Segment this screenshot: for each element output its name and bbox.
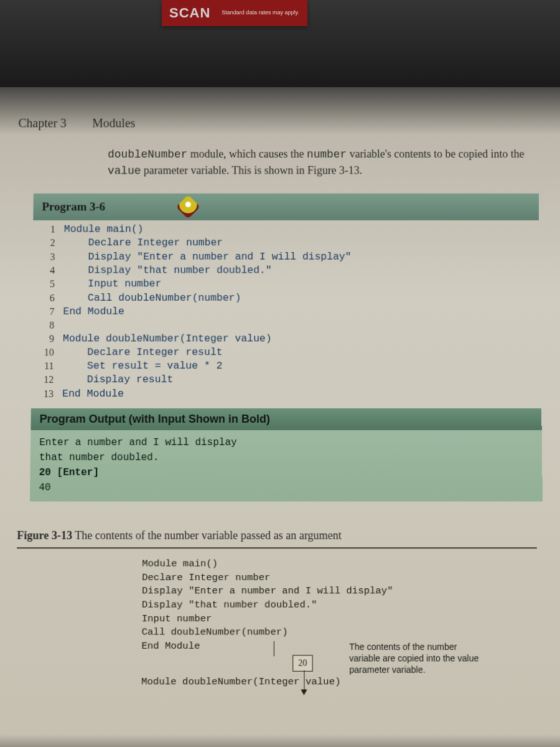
chapter-number: Chapter 3 — [18, 116, 67, 130]
arrow-line — [304, 670, 304, 691]
scan-subtitle: Standard data rates may apply. — [222, 10, 299, 16]
scan-banner: SCAN Standard data rates may apply. — [162, 0, 307, 26]
scan-title: SCAN — [169, 5, 210, 21]
figure-code: Module main() Declare Integer number Dis… — [141, 557, 545, 689]
chapter-heading: Chapter 3 Modules — [18, 116, 538, 130]
output-line: 20 [Enter] — [39, 465, 534, 480]
code-listing: 1Module main() 2 Declare Integer number … — [31, 223, 541, 401]
kw-doublenumber: doubleNumber — [108, 148, 187, 161]
arrow-head-icon — [301, 689, 307, 695]
program-label: Program 3-6 — [42, 200, 105, 214]
figure-rule — [17, 547, 537, 548]
figure-caption: Figure 3-13 The contents of the number v… — [17, 529, 543, 542]
output-line: 40 — [39, 480, 534, 495]
value-box: 20 — [292, 655, 312, 671]
hand-icon — [175, 195, 200, 219]
figure-number: Figure 3-13 — [17, 529, 72, 542]
body-paragraph: doubleNumber module, which causes the nu… — [108, 146, 533, 179]
output-header: Program Output (with Input Shown in Bold… — [30, 408, 541, 430]
page-content: Chapter 3 Modules doubleNumber module, w… — [0, 93, 560, 747]
chapter-title: Modules — [92, 116, 135, 130]
program-header: Program 3-6 — [33, 194, 539, 220]
kw-number: number — [307, 148, 347, 161]
page-fade — [0, 735, 560, 747]
kw-value: value — [108, 165, 141, 177]
output-line: Enter a number and I will display — [39, 435, 533, 450]
figure-annotation: The contents of the number variable are … — [349, 641, 488, 676]
output-block: Enter a number and I will display that n… — [30, 430, 543, 502]
output-line: that number doubled. — [39, 450, 533, 465]
arrow-line — [274, 641, 274, 657]
